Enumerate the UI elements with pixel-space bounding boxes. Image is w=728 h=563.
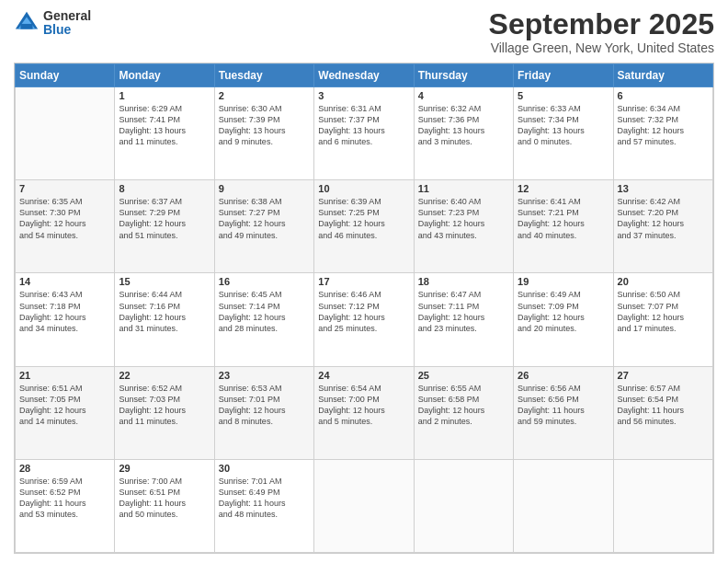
- cell-details: Sunrise: 6:41 AMSunset: 7:21 PMDaylight:…: [518, 196, 609, 241]
- cell-line: and 9 minutes.: [219, 137, 273, 146]
- cell-line: Sunrise: 6:50 AM: [618, 290, 681, 299]
- cell-details: Sunrise: 6:35 AMSunset: 7:30 PMDaylight:…: [19, 196, 110, 241]
- cell-line: and 11 minutes.: [119, 417, 177, 426]
- cell-details: Sunrise: 6:46 AMSunset: 7:12 PMDaylight:…: [318, 289, 409, 334]
- cell-line: Sunset: 7:14 PM: [219, 302, 280, 311]
- day-number: 14: [19, 276, 110, 287]
- calendar-cell: 28Sunrise: 6:59 AMSunset: 6:52 PMDayligh…: [16, 459, 115, 552]
- day-number: 26: [518, 370, 609, 381]
- logo-general-text: General: [43, 9, 91, 23]
- cell-line: Sunrise: 6:43 AM: [19, 290, 83, 299]
- cell-line: Sunrise: 6:31 AM: [318, 104, 381, 113]
- cell-details: Sunrise: 6:44 AMSunset: 7:16 PMDaylight:…: [119, 289, 210, 334]
- day-number: 25: [418, 370, 509, 381]
- cell-details: Sunrise: 6:29 AMSunset: 7:41 PMDaylight:…: [119, 103, 210, 148]
- day-number: 8: [119, 183, 210, 194]
- cell-line: and 2 minutes.: [418, 417, 472, 426]
- weekday-header-thursday: Thursday: [414, 64, 513, 87]
- day-number: 28: [19, 463, 110, 474]
- calendar-cell: 27Sunrise: 6:57 AMSunset: 6:54 PMDayligh…: [613, 366, 712, 459]
- cell-line: Daylight: 11 hours: [19, 499, 86, 508]
- cell-line: and 25 minutes.: [318, 324, 377, 333]
- cell-details: Sunrise: 6:47 AMSunset: 7:11 PMDaylight:…: [418, 289, 509, 334]
- cell-line: and 46 minutes.: [318, 231, 377, 240]
- cell-line: Daylight: 12 hours: [618, 219, 685, 228]
- cell-line: and 5 minutes.: [318, 417, 372, 426]
- cell-line: Sunset: 7:37 PM: [318, 115, 380, 124]
- calendar-cell: 16Sunrise: 6:45 AMSunset: 7:14 PMDayligh…: [214, 273, 313, 366]
- cell-details: Sunrise: 6:43 AMSunset: 7:18 PMDaylight:…: [19, 289, 110, 334]
- cell-line: Sunrise: 6:46 AM: [318, 290, 381, 299]
- cell-line: Sunset: 7:41 PM: [119, 115, 180, 124]
- cell-line: Daylight: 11 hours: [219, 499, 286, 508]
- cell-line: Sunrise: 6:53 AM: [219, 384, 282, 393]
- calendar-cell: 18Sunrise: 6:47 AMSunset: 7:11 PMDayligh…: [414, 273, 513, 366]
- day-number: 24: [318, 370, 409, 381]
- cell-line: Sunrise: 6:37 AM: [119, 197, 182, 206]
- cell-details: Sunrise: 6:54 AMSunset: 7:00 PMDaylight:…: [318, 383, 409, 428]
- calendar-cell: [613, 459, 712, 552]
- cell-line: Sunset: 7:29 PM: [119, 208, 180, 217]
- cell-line: Daylight: 12 hours: [418, 313, 485, 322]
- weekday-header-monday: Monday: [115, 64, 214, 87]
- cell-line: Sunrise: 6:38 AM: [219, 197, 282, 206]
- cell-line: Sunset: 7:27 PM: [219, 208, 280, 217]
- cell-line: Sunrise: 6:33 AM: [518, 104, 581, 113]
- cell-line: Sunset: 7:21 PM: [518, 208, 579, 217]
- cell-details: Sunrise: 6:33 AMSunset: 7:34 PMDaylight:…: [518, 103, 609, 148]
- calendar-cell: 10Sunrise: 6:39 AMSunset: 7:25 PMDayligh…: [314, 180, 414, 273]
- cell-line: Daylight: 12 hours: [19, 406, 86, 415]
- day-number: 3: [318, 90, 409, 101]
- calendar-cell: [314, 459, 414, 552]
- cell-line: Daylight: 13 hours: [318, 126, 385, 135]
- day-number: 4: [418, 90, 509, 101]
- cell-details: Sunrise: 6:37 AMSunset: 7:29 PMDaylight:…: [119, 196, 210, 241]
- cell-details: Sunrise: 6:50 AMSunset: 7:07 PMDaylight:…: [618, 289, 709, 334]
- calendar-table: SundayMondayTuesdayWednesdayThursdayFrid…: [15, 63, 713, 553]
- location-text: Village Green, New York, United States: [489, 40, 714, 55]
- cell-line: Sunset: 7:20 PM: [618, 208, 679, 217]
- cell-line: Daylight: 12 hours: [19, 219, 86, 228]
- cell-line: Sunset: 7:34 PM: [518, 115, 579, 124]
- calendar-cell: 13Sunrise: 6:42 AMSunset: 7:20 PMDayligh…: [613, 180, 712, 273]
- cell-line: and 31 minutes.: [119, 324, 177, 333]
- cell-line: Daylight: 12 hours: [418, 219, 485, 228]
- logo: General Blue: [14, 9, 91, 38]
- cell-line: Daylight: 12 hours: [119, 406, 186, 415]
- cell-line: Daylight: 11 hours: [618, 406, 685, 415]
- calendar-week-row: 14Sunrise: 6:43 AMSunset: 7:18 PMDayligh…: [16, 273, 713, 366]
- page: General Blue September 2025 Village Gree…: [0, 0, 728, 563]
- cell-line: and 3 minutes.: [418, 137, 472, 146]
- day-number: 18: [418, 276, 509, 287]
- cell-line: Sunrise: 6:32 AM: [418, 104, 482, 113]
- cell-line: Daylight: 11 hours: [518, 406, 585, 415]
- weekday-header-friday: Friday: [514, 64, 613, 87]
- cell-line: Daylight: 12 hours: [518, 219, 585, 228]
- day-number: 17: [318, 276, 409, 287]
- calendar-week-row: 1Sunrise: 6:29 AMSunset: 7:41 PMDaylight…: [16, 87, 713, 180]
- calendar-week-row: 28Sunrise: 6:59 AMSunset: 6:52 PMDayligh…: [16, 459, 713, 552]
- cell-line: Sunset: 7:01 PM: [219, 395, 280, 404]
- cell-line: Daylight: 12 hours: [618, 313, 685, 322]
- cell-line: and 14 minutes.: [19, 417, 78, 426]
- cell-line: Daylight: 12 hours: [418, 406, 485, 415]
- day-number: 11: [418, 183, 509, 194]
- cell-line: Sunset: 7:12 PM: [318, 302, 380, 311]
- cell-line: Daylight: 12 hours: [219, 313, 286, 322]
- calendar-cell: 22Sunrise: 6:52 AMSunset: 7:03 PMDayligh…: [115, 366, 214, 459]
- cell-details: Sunrise: 6:38 AMSunset: 7:27 PMDaylight:…: [219, 196, 310, 241]
- cell-details: Sunrise: 6:57 AMSunset: 6:54 PMDaylight:…: [618, 383, 709, 428]
- weekday-header-tuesday: Tuesday: [214, 64, 313, 87]
- day-number: 19: [518, 276, 609, 287]
- weekday-header-sunday: Sunday: [16, 64, 115, 87]
- calendar-cell: 14Sunrise: 6:43 AMSunset: 7:18 PMDayligh…: [16, 273, 115, 366]
- cell-details: Sunrise: 6:40 AMSunset: 7:23 PMDaylight:…: [418, 196, 509, 241]
- cell-line: and 28 minutes.: [219, 324, 278, 333]
- cell-line: Daylight: 11 hours: [119, 499, 186, 508]
- cell-line: Sunrise: 6:34 AM: [618, 104, 681, 113]
- calendar-cell: [414, 459, 513, 552]
- cell-line: Daylight: 13 hours: [518, 126, 585, 135]
- calendar-cell: 24Sunrise: 6:54 AMSunset: 7:00 PMDayligh…: [314, 366, 414, 459]
- calendar-cell: [16, 87, 115, 180]
- cell-line: and 48 minutes.: [219, 510, 278, 519]
